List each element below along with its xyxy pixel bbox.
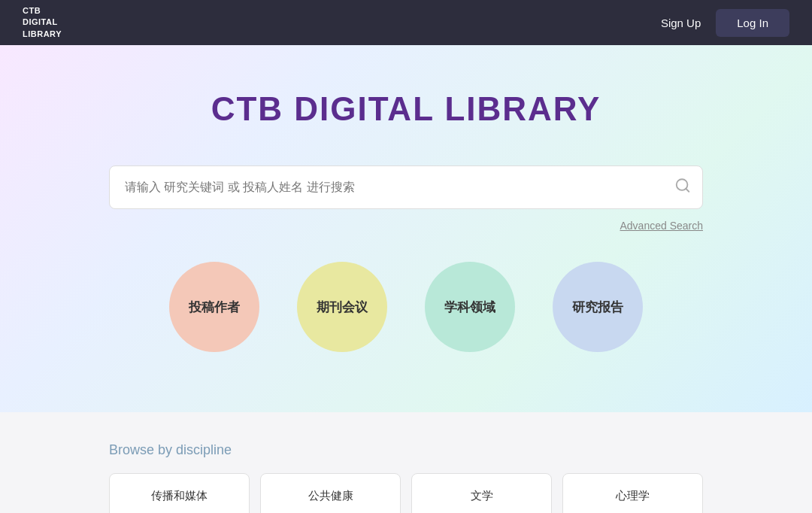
sign-up-button[interactable]: Sign Up	[661, 17, 701, 29]
log-in-button[interactable]: Log In	[716, 9, 789, 37]
category-authors[interactable]: 投稿作者	[169, 262, 259, 352]
search-icon	[674, 178, 691, 194]
search-container	[109, 165, 703, 209]
logo: CTB DIGITAL LIBRARY	[23, 5, 62, 40]
discipline-item[interactable]: 传播和媒体	[109, 473, 250, 513]
discipline-item[interactable]: 公共健康	[260, 473, 401, 513]
svg-line-1	[686, 189, 689, 192]
advanced-search-link[interactable]: Advanced Search	[109, 220, 703, 232]
search-input[interactable]	[109, 165, 703, 209]
category-disciplines[interactable]: 学科领域	[425, 262, 515, 352]
category-circles: 投稿作者 期刊会议 学科领域 研究报告	[169, 262, 643, 352]
browse-title: Browse by discipline	[109, 442, 703, 458]
header: CTB DIGITAL LIBRARY Sign Up Log In	[0, 0, 812, 45]
hero-section: CTB DIGITAL LIBRARY Advanced Search 投稿作者…	[0, 45, 812, 412]
discipline-item[interactable]: 文学	[411, 473, 552, 513]
header-actions: Sign Up Log In	[661, 9, 789, 37]
category-reports[interactable]: 研究报告	[553, 262, 643, 352]
discipline-item[interactable]: 心理学	[562, 473, 703, 513]
page-title: CTB DIGITAL LIBRARY	[211, 90, 601, 128]
browse-section: Browse by discipline 传播和媒体公共健康文学心理学人类学环境…	[0, 412, 812, 513]
category-journals[interactable]: 期刊会议	[297, 262, 387, 352]
discipline-grid: 传播和媒体公共健康文学心理学人类学环境科学生命科学基础科学教育学经济学机械工程体…	[109, 473, 703, 513]
search-button[interactable]	[674, 178, 691, 198]
